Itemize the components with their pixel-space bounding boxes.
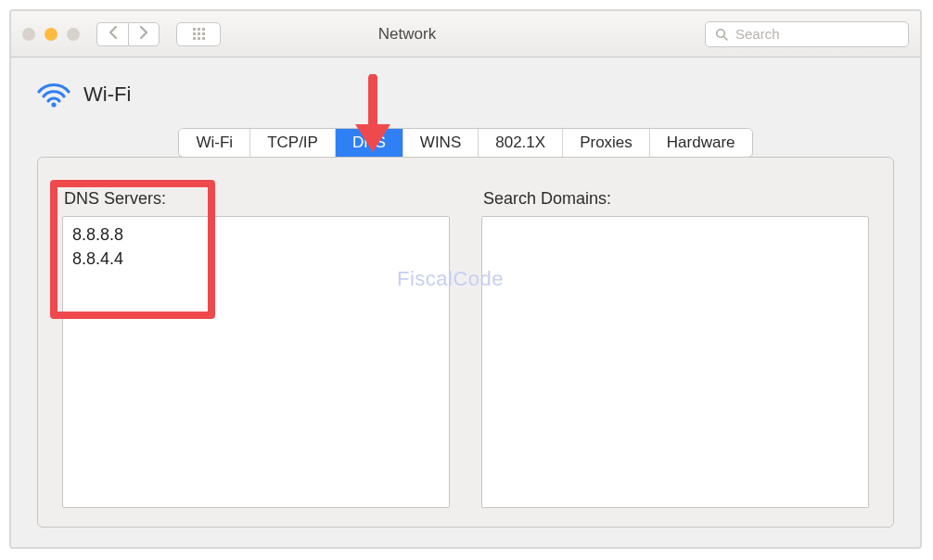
close-window-icon[interactable]: [22, 28, 35, 41]
dns-servers-label: DNS Servers:: [62, 189, 450, 209]
tab-bar: Wi-FiTCP/IPDNSWINS802.1XProxiesHardware: [37, 128, 894, 158]
minimize-window-icon[interactable]: [45, 28, 58, 41]
zoom-window-icon[interactable]: [67, 28, 80, 41]
tab-802-1x[interactable]: 802.1X: [479, 129, 563, 157]
search-icon: [715, 28, 728, 41]
svg-point-2: [51, 102, 56, 107]
tab-hardware[interactable]: Hardware: [650, 129, 752, 157]
window-controls: [22, 28, 80, 41]
search-domains-label: Search Domains:: [481, 189, 869, 209]
search-domains-list[interactable]: [481, 216, 869, 508]
list-item[interactable]: 8.8.8.8: [72, 223, 440, 247]
window-title: Network: [119, 25, 696, 44]
wifi-icon: [37, 81, 70, 108]
dns-panel: DNS Servers: 8.8.8.88.8.4.4 Search Domai…: [37, 157, 894, 528]
tab-wi-fi[interactable]: Wi-Fi: [179, 129, 250, 157]
tab-wins[interactable]: WINS: [403, 129, 479, 157]
title-bar: Network: [11, 11, 920, 57]
search-field[interactable]: [705, 21, 909, 47]
tab-proxies[interactable]: Proxies: [563, 129, 650, 157]
chevron-left-icon: [109, 26, 118, 43]
list-item[interactable]: 8.8.4.4: [72, 247, 440, 271]
dns-servers-column: DNS Servers: 8.8.8.88.8.4.4: [62, 189, 450, 508]
search-input[interactable]: [735, 26, 912, 42]
page-title: Wi-Fi: [83, 83, 131, 107]
dns-servers-list[interactable]: 8.8.8.88.8.4.4: [62, 216, 450, 508]
search-domains-column: Search Domains:: [481, 189, 869, 508]
tab-dns[interactable]: DNS: [336, 129, 403, 157]
content-area: Wi-Fi Wi-FiTCP/IPDNSWINS802.1XProxiesHar…: [11, 57, 920, 547]
page-header: Wi-Fi: [37, 74, 894, 115]
svg-line-1: [723, 36, 727, 40]
tab-tcp-ip[interactable]: TCP/IP: [250, 129, 336, 157]
window-frame: Network Wi-Fi Wi-FiTCP/IPDNSWINS802.1XPr…: [9, 9, 922, 549]
